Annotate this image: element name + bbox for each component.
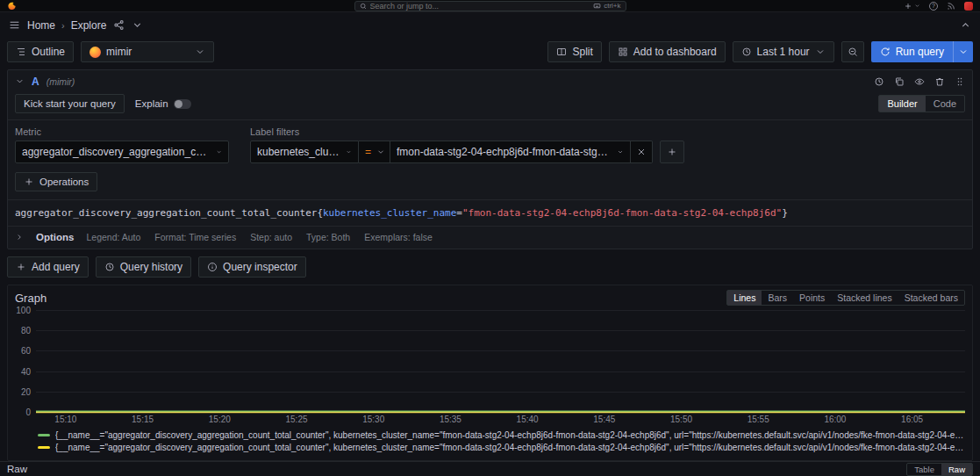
time-series-chart[interactable]: 020406080100 (8, 307, 972, 413)
add-to-dashboard-label: Add to dashboard (633, 46, 717, 58)
y-tick-label: 40 (21, 367, 31, 377)
add-query-button[interactable]: Add query (7, 256, 89, 278)
search-input[interactable] (370, 2, 590, 11)
plus-icon (16, 262, 26, 272)
breadcrumb: Home › Explore (27, 19, 106, 32)
graph-style-option[interactable]: Points (793, 291, 831, 305)
raw-table-toggle: TableRaw (906, 463, 973, 476)
remove-filter-button[interactable] (631, 141, 653, 163)
raw-table-option[interactable]: Raw (941, 464, 972, 475)
legend-label[interactable]: {__name__="aggregator_discovery_aggregat… (55, 430, 965, 440)
run-query-label: Run query (896, 46, 944, 58)
outline-icon (16, 47, 26, 57)
graph-style-option[interactable]: Lines (727, 291, 762, 305)
datasource-picker[interactable]: mimir (81, 41, 214, 62)
chevron-down-icon (195, 47, 205, 57)
topnav-actions: ? (904, 2, 973, 11)
query-history-button[interactable]: Query history (96, 256, 191, 278)
metric-select[interactable]: aggregator_discovery_aggregation_count_t… (15, 141, 229, 163)
operations-row: Operations (8, 163, 972, 200)
remove-query-icon[interactable] (934, 76, 945, 87)
global-search[interactable]: ctrl+k (354, 1, 626, 11)
menu-icon[interactable] (9, 19, 20, 31)
graph-style-option[interactable]: Bars (762, 291, 793, 305)
x-tick-label: 16:00 (824, 415, 846, 424)
duplicate-query-icon[interactable] (894, 76, 905, 87)
user-avatar[interactable] (964, 2, 973, 11)
explain-toggle-group: Explain (135, 98, 191, 109)
legend-label[interactable]: {__name__="aggregator_discovery_aggregat… (55, 443, 965, 452)
hide-response-icon[interactable] (914, 76, 925, 87)
drag-handle-icon[interactable] (955, 76, 965, 87)
x-tick-label: 15:10 (54, 415, 76, 424)
y-tick-label: 0 (25, 407, 31, 417)
graph-style-option[interactable]: Stacked lines (831, 291, 898, 305)
time-range-picker[interactable]: Last 1 hour (733, 41, 834, 62)
run-query-button[interactable]: Run query (871, 41, 953, 62)
x-axis: 15:1015:1515:2015:2515:3015:3515:4015:45… (36, 413, 965, 427)
plot-area[interactable] (36, 311, 965, 413)
run-query-interval-dropdown[interactable] (953, 41, 973, 62)
split-button[interactable]: Split (547, 41, 601, 62)
chevron-down-icon[interactable] (132, 19, 143, 31)
news-icon[interactable] (947, 2, 955, 11)
options-row[interactable]: Options Legend: AutoFormat: Time seriesS… (8, 227, 972, 245)
filter-label-select[interactable]: kubernetes_cluster_name (250, 141, 359, 163)
filter-operator-select[interactable]: = (359, 141, 390, 163)
options-label: Options (36, 232, 74, 242)
graph-panel: Graph LinesBarsPointsStacked linesStacke… (7, 285, 973, 461)
x-tick-label: 15:25 (285, 415, 307, 424)
raw-panel-title: Raw (7, 464, 27, 474)
add-filter-button[interactable] (660, 141, 684, 163)
legend-item[interactable]: {__name__="aggregator_discovery_aggregat… (38, 430, 965, 440)
history-icon[interactable] (874, 76, 884, 87)
editor-mode-option[interactable]: Code (926, 96, 964, 112)
explore-secondary-actions: Add query Query history Query inspector (0, 249, 980, 283)
raw-table-option[interactable]: Table (907, 464, 941, 475)
explain-switch[interactable] (174, 99, 191, 109)
metric-field: Metric aggregator_discovery_aggregation_… (15, 126, 229, 163)
legend-color-chip[interactable] (38, 446, 50, 449)
history-clock-icon (104, 262, 115, 272)
legend-color-chip[interactable] (38, 434, 50, 436)
collapse-query-icon[interactable] (15, 76, 25, 86)
help-icon[interactable]: ? (929, 2, 938, 11)
x-tick-label: 15:55 (748, 415, 769, 424)
graph-style-toggle: LinesBarsPointsStacked linesStacked bars (726, 290, 965, 306)
breadcrumb-home[interactable]: Home (27, 19, 55, 32)
filter-operator-value: = (365, 146, 371, 158)
x-tick-label: 15:15 (132, 415, 154, 424)
grafana-logo[interactable] (7, 1, 17, 11)
query-builder: Metric aggregator_discovery_aggregation_… (8, 120, 972, 163)
chart-legend: {__name__="aggregator_discovery_aggregat… (8, 427, 972, 460)
raw-query-metric: aggregator_discovery_aggregation_count_t… (15, 207, 317, 219)
clock-icon (741, 47, 752, 57)
kick-start-button[interactable]: Kick start your query (15, 94, 125, 113)
filter-value-select[interactable]: fmon-data-stg2-04-echp8j6d-fmon-data-stg… (390, 141, 631, 163)
graph-style-option[interactable]: Stacked bars (898, 291, 964, 305)
editor-mode-option[interactable]: Builder (879, 96, 925, 112)
query-ref-id[interactable]: A (32, 76, 39, 88)
grafana-explore-app: ctrl+k ? Home › Explore (0, 0, 980, 476)
add-to-dashboard-button[interactable]: Add to dashboard (609, 41, 726, 62)
split-icon (556, 47, 567, 57)
graph-header: Graph LinesBarsPointsStacked linesStacke… (8, 285, 972, 307)
raw-query-value: "fmon-data-stg2-04-echp8j6d-fmon-data-st… (462, 207, 782, 219)
option-summary-item: Format: Time series (154, 232, 236, 242)
explain-label: Explain (135, 98, 168, 109)
outline-button[interactable]: Outline (7, 41, 74, 62)
breadcrumb-explore[interactable]: Explore (71, 19, 107, 32)
legend-item[interactable]: {__name__="aggregator_discovery_aggregat… (38, 443, 965, 452)
collapse-pane-icon[interactable] (960, 19, 971, 31)
raw-query-open-brace: { (317, 207, 323, 219)
add-operation-button[interactable]: Operations (15, 172, 97, 191)
metric-select-value: aggregator_discovery_aggregation_count_t… (22, 146, 211, 158)
x-tick-label: 15:50 (670, 415, 692, 424)
query-inspector-button[interactable]: Query inspector (198, 256, 306, 278)
query-editor-toolbar: Kick start your query Explain BuilderCod… (8, 92, 972, 120)
share-icon[interactable] (113, 19, 125, 31)
gridline (36, 371, 965, 372)
zoom-out-button[interactable] (841, 41, 864, 62)
chevron-down-icon (617, 148, 624, 156)
add-menu-button[interactable] (904, 2, 920, 11)
